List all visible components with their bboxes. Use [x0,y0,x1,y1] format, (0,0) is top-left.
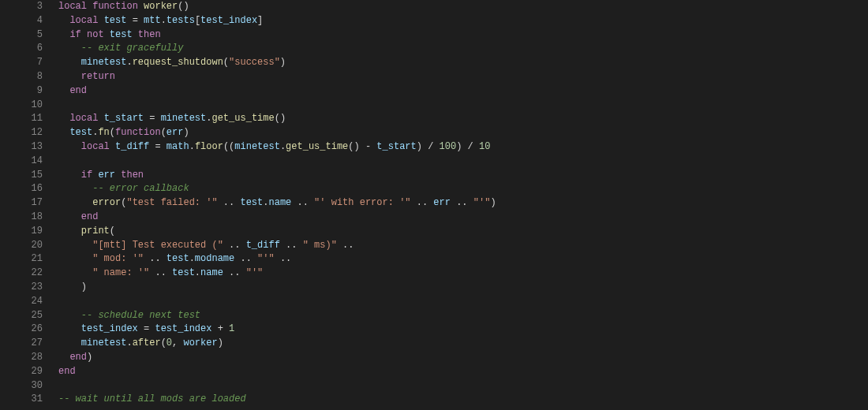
line-number: 25 [0,309,43,323]
token-id: t_diff [115,141,149,152]
line-number: 14 [0,155,43,169]
code-line[interactable]: if not test then [58,28,868,43]
line-number: 29 [0,365,43,379]
code-line[interactable] [58,99,868,113]
token-id: test [172,267,195,278]
token-str: "success" [229,57,280,68]
code-line[interactable]: -- wait until all mods are loaded [58,393,868,407]
token-str: " mod: '" [92,253,144,264]
token-fn: get_us_time [211,113,274,124]
code-line[interactable]: end [58,84,868,99]
token-pn: ) [280,57,286,68]
code-line[interactable]: test.fn(function(err) [58,126,868,140]
code-line[interactable]: -- schedule next test [58,309,868,323]
token-pn: ] [257,15,263,26]
token-pn: . [189,253,195,264]
code-line[interactable]: minetest.request_shutdown("success") [58,56,868,70]
token-op [98,15,103,26]
code-line[interactable]: test_index = test_index + 1 [58,322,868,337]
line-number: 19 [0,225,43,239]
token-id: test [240,197,263,208]
token-id: worker [183,337,217,348]
line-number-gutter: 3456789101112131415161718192021222324252… [0,0,54,410]
token-pn: (( [223,141,234,152]
code-line[interactable]: " name: '" .. test.name .. "'" [58,266,868,281]
code-line[interactable] [58,295,868,309]
token-id: err [166,127,184,138]
token-pn: ( [110,226,115,237]
token-id: test [104,15,127,26]
code-line[interactable]: minetest.after(0, worker) [58,337,868,351]
token-str: "[mtt] Test executed (" [92,240,223,251]
token-id: err [433,197,451,208]
token-pn: ) [87,352,92,363]
token-op: .. [337,240,354,251]
code-line[interactable]: return [58,70,868,84]
token-op [98,113,103,124]
code-line[interactable]: end) [58,351,868,365]
token-kw: if [81,170,92,181]
token-pn: () [275,113,286,124]
token-kw: local [69,113,98,124]
line-number: 9 [0,84,43,99]
token-str: " ms)" [303,240,337,251]
code-line[interactable]: local function worker() [58,0,868,14]
token-op: + [211,323,229,334]
token-id: test_index [81,323,138,334]
line-number: 12 [0,126,43,140]
code-line[interactable]: " mod: '" .. test.modname .. "'" .. [58,252,868,266]
line-number: 22 [0,266,43,281]
code-line[interactable]: local t_start = minetest.get_us_time() [58,112,868,126]
code-editor[interactable]: 3456789101112131415161718192021222324252… [0,0,868,410]
line-number: 27 [0,337,43,351]
token-op: / [462,141,479,152]
token-pn: ( [161,127,166,138]
code-line[interactable] [58,379,868,393]
token-str: "'" [473,197,491,208]
code-line[interactable]: end [58,211,868,225]
code-line[interactable]: end [58,365,868,379]
code-line[interactable] [58,155,868,169]
token-id: tests [166,15,195,26]
token-pn: () [178,1,189,12]
token-str: " name: '" [92,267,149,278]
code-line[interactable]: -- exit gracefully [58,42,868,56]
code-line[interactable]: -- error callback [58,182,868,196]
token-pn: ( [161,337,166,348]
token-pn: ) [417,141,422,152]
token-op: .. [223,240,246,251]
line-number: 7 [0,56,43,70]
token-cmt: -- wait until all mods are loaded [58,393,246,404]
token-id: t_start [376,141,416,152]
code-line[interactable]: local t_diff = math.floor((minetest.get_… [58,140,868,155]
token-op [104,29,110,40]
token-kw: end [69,85,87,96]
token-kw: not [87,29,104,40]
token-kw: function [115,127,161,138]
code-area[interactable]: local function worker() local test = mtt… [54,0,868,410]
code-line[interactable]: "[mtt] Test executed (" .. t_diff .. " m… [58,239,868,253]
token-id: test [69,127,92,138]
code-line[interactable]: print( [58,225,868,239]
code-line[interactable]: if err then [58,169,868,183]
token-op: .. [411,197,434,208]
token-op: .. [218,197,241,208]
token-num: 100 [440,141,457,152]
line-number: 10 [0,99,43,113]
token-id: modname [195,253,234,264]
code-line[interactable]: ) [58,281,868,295]
token-pn: ) [490,197,496,208]
code-line[interactable]: error("test failed: '" .. test.name .. "… [58,196,868,211]
line-number: 4 [0,14,43,28]
token-op: = [126,15,144,26]
token-op: = [138,323,155,334]
token-id: mtt [144,15,161,26]
token-op [133,29,138,40]
token-op [110,141,115,152]
token-pn: . [126,57,132,68]
token-str: "test failed: '" [126,197,217,208]
token-kw: then [138,29,161,40]
code-line[interactable]: local test = mtt.tests[test_index] [58,14,868,28]
token-str: "' with error: '" [314,197,410,208]
token-num: 10 [479,141,490,152]
